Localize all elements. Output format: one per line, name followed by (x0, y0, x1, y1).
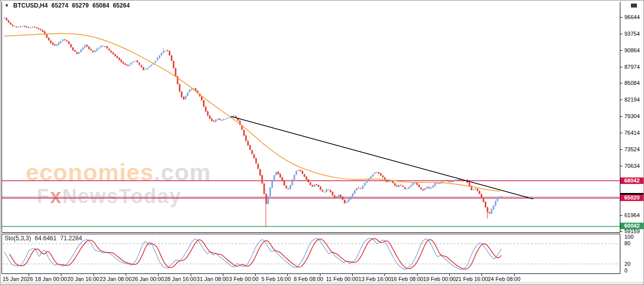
price-axis-label: 73524 (624, 146, 640, 153)
price-axis-label: 79304 (624, 113, 640, 120)
price-axis-tick (620, 133, 622, 133)
symbol-dropdown-icon[interactable]: ▼ (5, 3, 9, 8)
price-axis-label: 82194 (624, 97, 640, 103)
price-axis-label: 87974 (624, 64, 640, 70)
quote-bar: ▼ BTCUSD,H4 65274 65279 65084 65264 (5, 2, 132, 9)
date-axis-label: 28 Jan 16:00 (165, 276, 197, 282)
stoch-scale-label: 80 (624, 240, 630, 247)
price-axis-label: 93754 (624, 31, 640, 37)
date-axis-tick (158, 274, 158, 276)
price-axis-label: 61964 (624, 212, 640, 219)
price-axis-tick (620, 100, 622, 100)
price-axis-label: 70634 (624, 163, 640, 169)
quote-low: 65084 (93, 2, 109, 9)
date-axis-tick (61, 274, 61, 276)
date-axis-label: 13 Feb 16:00 (358, 276, 391, 282)
date-axis-label: 21 Feb 16:00 (455, 276, 488, 282)
quote-open: 65274 (51, 2, 68, 9)
stoch-scale-label: 20 (624, 261, 630, 267)
date-axis-label: 19 Feb 00:00 (423, 276, 456, 282)
date-axis-label: 31 Jan 08:00 (197, 276, 229, 282)
date-axis-label: 16 Feb 08:00 (391, 276, 424, 282)
bottom-strip (1, 282, 644, 285)
date-axis-tick (352, 274, 353, 276)
price-axis-tick (620, 149, 622, 150)
quote-high: 65279 (72, 2, 89, 9)
stochastic-label: Sto(5,3,3) 64.6461 71.2284 (5, 235, 84, 242)
price-axis-label: 90864 (624, 47, 640, 54)
symbol-period-label: BTCUSD,H4 (13, 2, 48, 9)
date-axis-tick (514, 274, 515, 276)
price-axis-label: 85084 (624, 80, 640, 86)
date-axis-tick (29, 274, 29, 276)
price-axis-tick (620, 215, 622, 216)
price-chart-canvas[interactable] (2, 2, 620, 233)
date-axis-tick (223, 274, 223, 276)
price-axis-tick (620, 50, 622, 51)
date-axis-label: 24 Feb 08:00 (488, 276, 521, 282)
date-axis-label: 18 Jan 00:00 (35, 276, 67, 282)
date-axis-tick (481, 274, 482, 276)
date-axis-tick (191, 274, 191, 276)
price-axis-tick (620, 231, 622, 232)
date-axis-tick (94, 274, 94, 276)
chart-window: economies.com FxNewsToday ▼ BTCUSD,H4 65… (0, 0, 644, 285)
price-axis-tick (620, 17, 622, 18)
date-axis-label: 8 Feb 08:00 (294, 276, 324, 282)
level-price-tag: 68042 (620, 177, 643, 184)
stochastic-canvas[interactable] (2, 234, 620, 274)
date-axis-label: 3 Feb 00:00 (229, 276, 259, 282)
date-axis-label: 26 Jan 00:00 (132, 276, 164, 282)
price-axis-tick (620, 67, 622, 67)
date-axis-tick (417, 274, 418, 276)
stoch-scale-label: 0 (624, 267, 627, 274)
price-axis-label: 76414 (624, 130, 640, 136)
price-axis-tick (620, 34, 622, 34)
level-price-tag: 65020 (620, 195, 643, 201)
price-axis-tick (620, 83, 622, 83)
date-axis-label: 11 Feb 00:00 (326, 276, 358, 282)
date-axis-tick (384, 274, 385, 276)
date-axis-label: 15 Jan 2026 (3, 276, 33, 282)
corner-mark-icon (631, 4, 637, 8)
level-price-tag: 60042 (620, 223, 643, 229)
date-axis-tick (126, 274, 126, 276)
date-axis-tick (449, 274, 450, 276)
date-axis-label: 5 Feb 16:00 (261, 276, 291, 282)
price-axis-tick (620, 166, 622, 166)
date-axis-label: 20 Jan 16:00 (67, 276, 100, 282)
date-axis-label: 23 Jan 08:00 (100, 276, 132, 282)
stochastic-k-value: 64.6461 (35, 235, 56, 242)
price-axis-label: 96644 (624, 14, 640, 21)
quote-close: 65264 (113, 2, 129, 9)
stochastic-d-value: 71.2284 (60, 235, 82, 242)
date-axis-tick (287, 274, 288, 276)
price-axis-tick (620, 116, 622, 117)
stochastic-name: Sto(5,3,3) (5, 235, 31, 242)
date-axis-tick (255, 274, 256, 276)
date-axis-tick (320, 274, 320, 276)
stoch-scale-label: 100 (624, 234, 633, 240)
